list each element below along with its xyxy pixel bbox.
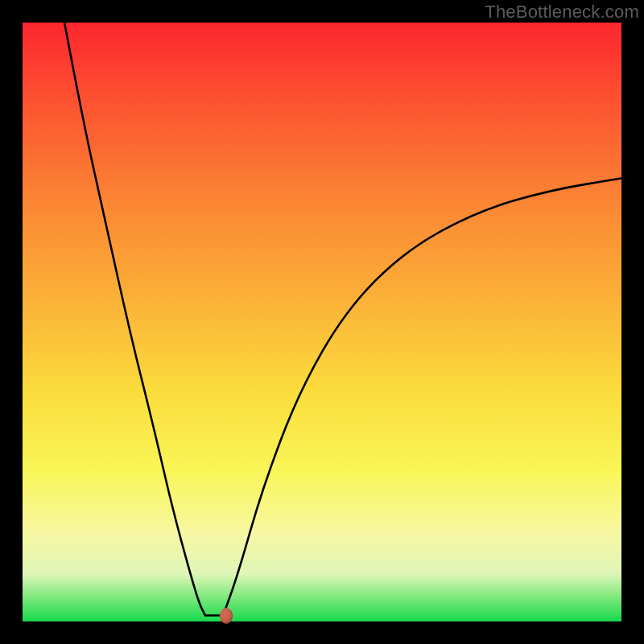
bottleneck-curve	[64, 23, 621, 616]
optimum-marker-icon	[220, 608, 233, 624]
watermark-text: TheBottleneck.com	[485, 2, 639, 23]
plot-area	[23, 23, 621, 621]
curve-svg	[23, 23, 621, 621]
chart-frame: TheBottleneck.com	[0, 0, 644, 644]
